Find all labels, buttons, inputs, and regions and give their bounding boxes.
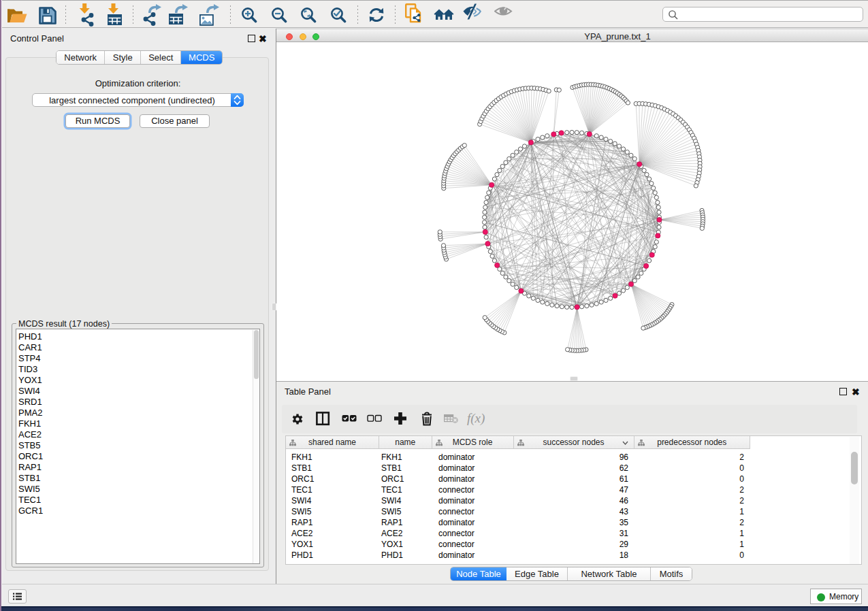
svg-text:f(x): f(x) xyxy=(467,411,485,426)
